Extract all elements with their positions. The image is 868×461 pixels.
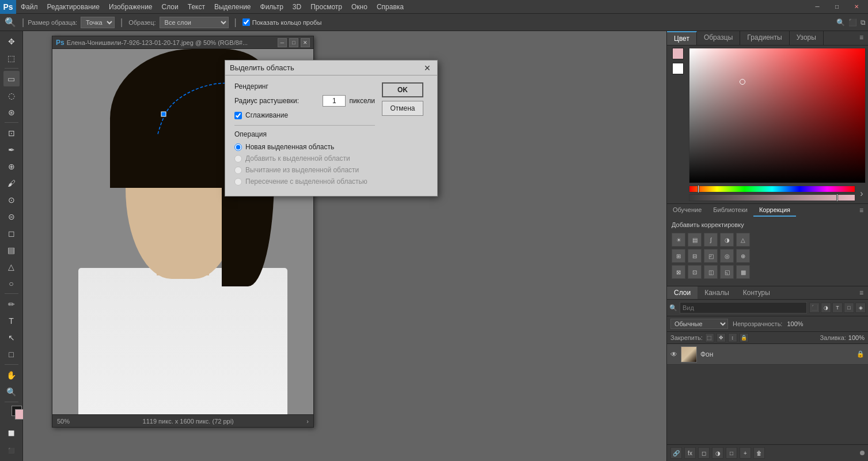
window-minimize[interactable]: ─ bbox=[809, 0, 825, 15]
eraser-tool[interactable]: ◻ bbox=[3, 225, 20, 241]
invert-icon[interactable]: ⊠ bbox=[672, 265, 685, 279]
show-ring-checkbox[interactable] bbox=[242, 18, 250, 26]
layer-filter-type-btn[interactable]: T bbox=[832, 303, 843, 313]
layer-filter-pixel-btn[interactable]: ⬛ bbox=[809, 303, 820, 313]
colorbalance-icon[interactable]: ⊟ bbox=[688, 249, 702, 263]
hue-slider[interactable] bbox=[689, 186, 855, 192]
brush-tool[interactable]: 🖌 bbox=[3, 175, 20, 191]
tab-channels[interactable]: Каналы bbox=[698, 286, 736, 299]
curves-icon[interactable]: ∫ bbox=[704, 233, 718, 247]
window-restore[interactable]: □ bbox=[829, 0, 845, 15]
delete-layer-btn[interactable]: 🗑 bbox=[753, 447, 765, 459]
menu-text[interactable]: Текст bbox=[183, 0, 210, 13]
operation-intersect-radio[interactable] bbox=[234, 178, 242, 186]
healing-tool[interactable]: ⊕ bbox=[3, 158, 20, 174]
selectcolor-icon[interactable]: ◱ bbox=[720, 265, 734, 279]
eyedropper-tool[interactable]: 🔍 bbox=[2, 14, 18, 31]
zoom-tool[interactable]: 🔍 bbox=[3, 384, 20, 399]
layer-mask-btn[interactable]: ◻ bbox=[698, 447, 710, 459]
layer-filter-adj-btn[interactable]: ◑ bbox=[821, 303, 831, 313]
doc-minimize-btn[interactable]: ─ bbox=[278, 38, 287, 47]
tab-patterns[interactable]: Узоры bbox=[790, 31, 824, 45]
dialog-close-btn[interactable]: ✕ bbox=[422, 63, 433, 73]
move-tool[interactable]: ✥ bbox=[3, 33, 20, 49]
layer-filter-smart-btn[interactable]: ◈ bbox=[855, 303, 866, 313]
type-tool[interactable]: T bbox=[3, 313, 20, 328]
crop-tool[interactable]: ⊡ bbox=[3, 125, 20, 141]
doc-close-btn[interactable]: ✕ bbox=[301, 38, 310, 47]
show-ring-label[interactable]: Показать кольцо пробы bbox=[242, 18, 322, 26]
doc-scroll-right[interactable]: › bbox=[306, 418, 309, 425]
menu-window[interactable]: Окно bbox=[347, 0, 372, 13]
menu-3d[interactable]: 3D bbox=[288, 0, 306, 13]
search-icon[interactable]: 🔍 bbox=[836, 18, 845, 27]
menu-layers[interactable]: Слои bbox=[157, 0, 183, 13]
eyedropper-tool2[interactable]: ✒ bbox=[3, 142, 20, 157]
hsl-icon[interactable]: ⊞ bbox=[672, 249, 685, 263]
new-group-btn[interactable]: □ bbox=[726, 447, 737, 459]
sample-select[interactable]: Все слои bbox=[160, 17, 229, 28]
alpha-slider[interactable] bbox=[689, 194, 855, 201]
operation-add-radio[interactable] bbox=[234, 155, 242, 163]
tab-libraries[interactable]: Библиотеки bbox=[707, 204, 753, 217]
workspace-icon[interactable]: ⬛ bbox=[848, 18, 857, 27]
layer-visibility-icon[interactable]: 👁 bbox=[670, 350, 677, 358]
bw-icon[interactable]: ◰ bbox=[704, 249, 718, 263]
menu-filter[interactable]: Фильтр bbox=[256, 0, 288, 13]
vibrance-icon[interactable]: △ bbox=[736, 233, 750, 247]
tab-paths[interactable]: Контуры bbox=[736, 286, 777, 299]
sample-size-select[interactable]: Точка bbox=[81, 17, 115, 28]
tab-correction[interactable]: Коррекция bbox=[753, 204, 796, 217]
gradient-tool[interactable]: ▤ bbox=[3, 242, 20, 258]
cancel-button[interactable]: Отмена bbox=[382, 101, 423, 116]
correction-collapse[interactable]: ≡ bbox=[855, 204, 868, 217]
screen-mode-btn[interactable]: ⬛ bbox=[3, 443, 20, 459]
history-brush-tool[interactable]: ⊝ bbox=[3, 209, 20, 224]
link-layers-btn[interactable]: 🔗 bbox=[670, 447, 682, 459]
menu-view[interactable]: Просмотр bbox=[306, 0, 347, 13]
brightness-icon[interactable]: ☀ bbox=[672, 233, 685, 247]
menu-edit[interactable]: Редактирование bbox=[43, 0, 104, 13]
layers-search-input[interactable] bbox=[680, 302, 807, 313]
layer-effects-btn[interactable]: fx bbox=[684, 447, 696, 459]
tab-gradients[interactable]: Градиенты bbox=[740, 31, 789, 45]
lasso-tool[interactable]: ◌ bbox=[3, 88, 20, 103]
share-icon[interactable]: ⧉ bbox=[861, 18, 866, 27]
operation-new-radio[interactable] bbox=[234, 143, 242, 151]
new-layer-btn[interactable]: + bbox=[740, 447, 751, 459]
threshold-icon[interactable]: ◫ bbox=[704, 265, 718, 279]
channel-mix-icon[interactable]: ⊕ bbox=[736, 249, 750, 263]
menu-file[interactable]: Файл bbox=[16, 0, 43, 13]
hand-tool[interactable]: ✋ bbox=[3, 367, 20, 383]
operation-subtract-radio[interactable] bbox=[234, 167, 242, 174]
rectangular-marquee-tool[interactable]: ▭ bbox=[3, 71, 20, 86]
blur-tool[interactable]: △ bbox=[3, 259, 20, 274]
stamp-tool[interactable]: ⊙ bbox=[3, 192, 20, 207]
exposure-icon[interactable]: ◑ bbox=[720, 233, 734, 247]
lock-pixels-btn[interactable]: ⬚ bbox=[705, 333, 714, 342]
new-adj-layer-btn[interactable]: ◑ bbox=[712, 447, 723, 459]
doc-restore-btn[interactable]: □ bbox=[289, 38, 298, 47]
tab-layers[interactable]: Слои bbox=[667, 286, 698, 299]
lock-position-btn[interactable]: ✥ bbox=[717, 333, 726, 342]
layer-filter-shape-btn[interactable]: □ bbox=[844, 303, 854, 313]
window-close[interactable]: ✕ bbox=[848, 0, 865, 15]
foreground-swatch[interactable] bbox=[672, 48, 684, 59]
background-swatch[interactable] bbox=[672, 63, 684, 74]
path-select-tool[interactable]: ↖ bbox=[3, 330, 20, 345]
menu-image[interactable]: Изображение bbox=[104, 0, 157, 13]
dodge-tool[interactable]: ○ bbox=[3, 275, 20, 291]
lock-all-btn[interactable]: 🔒 bbox=[740, 333, 749, 342]
color-panel-collapse[interactable]: ≡ bbox=[855, 31, 868, 45]
gradient-map-icon[interactable]: ▦ bbox=[736, 265, 750, 279]
levels-icon[interactable]: ▤ bbox=[688, 233, 702, 247]
quick-select-tool[interactable]: ⊛ bbox=[3, 104, 20, 120]
menu-select[interactable]: Выделение bbox=[210, 0, 256, 13]
ok-button[interactable]: OK bbox=[382, 82, 423, 97]
menu-help[interactable]: Справка bbox=[372, 0, 408, 13]
photo-filter-icon[interactable]: ◎ bbox=[720, 249, 734, 263]
layers-collapse[interactable]: ≡ bbox=[855, 286, 868, 299]
tab-color[interactable]: Цвет bbox=[667, 31, 697, 45]
layer-row[interactable]: 👁 Фон 🔒 bbox=[667, 344, 868, 365]
color-gradient-picker[interactable] bbox=[689, 48, 866, 183]
